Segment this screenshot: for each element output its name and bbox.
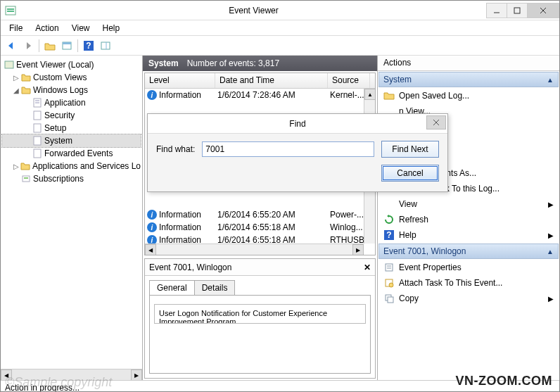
- menu-help[interactable]: Help: [97, 22, 126, 34]
- tree-log-system[interactable]: System: [2, 134, 141, 147]
- svg-rect-22: [24, 177, 28, 179]
- actions-section-event[interactable]: Event 7001, Winlogon▲: [378, 244, 559, 259]
- col-source[interactable]: Source: [328, 73, 370, 88]
- view-button[interactable]: [59, 38, 75, 53]
- chevron-right-icon: ▶: [548, 232, 554, 239]
- find-next-button[interactable]: Find Next: [381, 141, 439, 158]
- folder-button[interactable]: [42, 38, 58, 53]
- scroll-right-button[interactable]: ▶: [131, 369, 142, 380]
- log-icon: [32, 97, 43, 108]
- tree-windows-logs[interactable]: ◢ Windows Logs: [2, 84, 141, 96]
- log-icon: [32, 122, 43, 134]
- find-dialog-title: Find: [289, 119, 305, 129]
- help-button[interactable]: ?: [81, 38, 96, 53]
- expand-icon[interactable]: ▷: [12, 74, 20, 82]
- detail-close-icon[interactable]: ✕: [364, 263, 371, 272]
- svg-rect-20: [34, 149, 41, 158]
- svg-text:?: ?: [386, 230, 391, 240]
- action-event-properties[interactable]: Event Properties: [378, 260, 559, 275]
- event-row[interactable]: iInformation 1/6/2014 6:55:20 AM Power-.…: [145, 208, 375, 221]
- tree-log-application[interactable]: Application: [2, 96, 141, 109]
- tree-apps-services[interactable]: ▷ Applications and Services Lo: [2, 160, 141, 172]
- event-detail: Event 7001, Winlogon ✕ General Details U…: [144, 258, 376, 379]
- scroll-up-button[interactable]: ▲: [364, 89, 376, 100]
- close-button[interactable]: [527, 3, 559, 18]
- subscription-icon: [20, 173, 32, 184]
- toolbar: ?: [1, 36, 559, 56]
- refresh-icon: [383, 214, 395, 225]
- detail-message: User Logon Notification for Customer Exp…: [154, 304, 366, 324]
- copy-icon: [383, 293, 395, 304]
- expand-icon[interactable]: ▷: [12, 163, 20, 170]
- task-icon: [383, 277, 395, 289]
- information-icon: i: [147, 90, 157, 100]
- action-view[interactable]: View ▶: [378, 196, 559, 212]
- titlebar: Event Viewer: [1, 1, 559, 20]
- find-dialog: Find Find what: Find Next Cancel: [147, 113, 448, 192]
- folder-icon: [20, 72, 32, 83]
- svg-rect-17: [34, 111, 41, 120]
- vnzoom-watermark: VN-ZOOM.COM: [456, 374, 553, 388]
- svg-rect-19: [34, 137, 41, 145]
- tab-details[interactable]: Details: [194, 280, 236, 295]
- menubar: File Action View Help: [1, 20, 559, 36]
- tab-general[interactable]: General: [149, 280, 195, 295]
- chevron-up-icon: ▲: [547, 76, 554, 84]
- action-help[interactable]: ? Help ▶: [378, 227, 559, 243]
- find-close-button[interactable]: [426, 115, 446, 129]
- action-copy[interactable]: Copy ▶: [378, 291, 559, 306]
- event-row[interactable]: iInformation 1/6/2014 6:55:18 AM Winlog.…: [145, 221, 375, 234]
- chevron-right-icon: ▶: [548, 201, 554, 208]
- tree-custom-views[interactable]: ▷ Custom Views: [2, 71, 141, 84]
- tree-pane: Event Viewer (Local) ▷ Custom Views ◢ Wi…: [1, 56, 143, 380]
- actions-title: Actions: [378, 56, 559, 71]
- information-icon: i: [147, 222, 157, 232]
- event-row[interactable]: iInformation 1/6/2014 7:28:46 AM Kernel-…: [145, 89, 375, 101]
- tree-log-forwarded[interactable]: Forwarded Events: [2, 147, 141, 160]
- menu-file[interactable]: File: [4, 22, 28, 34]
- tree-log-security[interactable]: Security: [2, 109, 141, 122]
- log-icon: [32, 110, 43, 121]
- svg-rect-2: [7, 11, 14, 12]
- log-icon: [32, 135, 43, 146]
- folder-icon: [20, 84, 32, 96]
- svg-rect-1: [7, 8, 14, 10]
- scroll-left-button[interactable]: ◀: [145, 244, 156, 255]
- minimize-button[interactable]: [486, 3, 507, 18]
- scroll-right-button[interactable]: ▶: [352, 244, 364, 255]
- action-refresh[interactable]: Refresh: [378, 212, 559, 227]
- tree-subscriptions[interactable]: ▷ Subscriptions: [2, 172, 141, 185]
- find-what-label: Find what:: [156, 144, 195, 154]
- menu-action[interactable]: Action: [30, 22, 64, 34]
- col-date[interactable]: Date and Time: [215, 73, 328, 88]
- svg-rect-11: [101, 42, 110, 49]
- center-pane: System Number of events: 3,817 Level Dat…: [143, 56, 378, 380]
- chevron-up-icon: ▲: [547, 248, 554, 255]
- tree-root[interactable]: Event Viewer (Local): [2, 58, 141, 71]
- blank-icon: [383, 198, 395, 210]
- back-button[interactable]: [4, 38, 19, 53]
- action-open-saved-log-[interactable]: Open Saved Log...: [378, 88, 559, 103]
- svg-rect-18: [34, 124, 41, 132]
- pane-button[interactable]: [98, 38, 113, 53]
- forward-button[interactable]: [20, 38, 36, 53]
- sample-watermark: ©Sample copyright: [5, 375, 112, 390]
- menu-view[interactable]: View: [66, 22, 96, 34]
- find-cancel-button[interactable]: Cancel: [381, 165, 439, 182]
- action-attach-task-to-this-event-[interactable]: Attach Task To This Event...: [378, 275, 559, 291]
- svg-rect-8: [63, 42, 71, 44]
- actions-section-system[interactable]: System▲: [378, 72, 559, 87]
- svg-rect-4: [514, 8, 520, 13]
- col-level[interactable]: Level: [145, 73, 215, 88]
- collapse-icon[interactable]: ◢: [12, 87, 20, 94]
- grid-header: Level Date and Time Source: [145, 73, 375, 89]
- folder-icon: [20, 160, 31, 172]
- information-icon: i: [147, 210, 157, 220]
- find-what-input[interactable]: [202, 141, 374, 157]
- detail-title: Event 7001, Winlogon: [149, 263, 231, 272]
- event-viewer-icon: [4, 59, 15, 70]
- maximize-button[interactable]: [507, 3, 528, 18]
- window-title: Event Viewer: [20, 6, 487, 15]
- tree-log-setup[interactable]: Setup: [2, 122, 141, 134]
- props-icon: [383, 262, 395, 273]
